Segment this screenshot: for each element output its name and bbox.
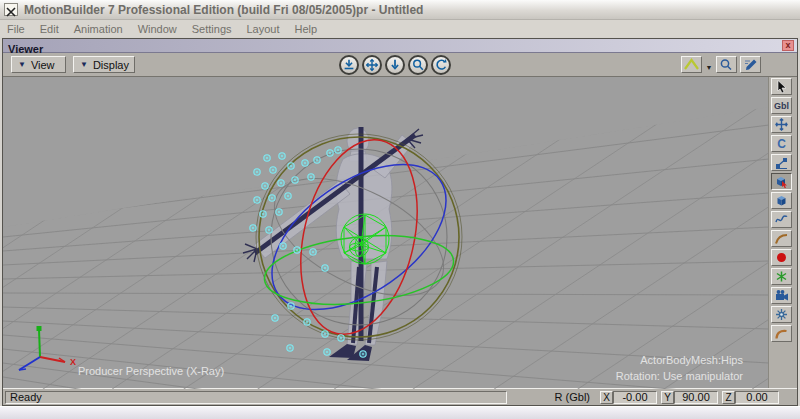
mocap-marker-dot	[262, 213, 264, 215]
camera-icon[interactable]	[771, 287, 792, 304]
mocap-marker-dot	[264, 185, 266, 187]
viewport-scene[interactable]: X Producer Perspective (X-Ray) ActorBody…	[3, 77, 769, 389]
menu-bar: File Edit Animation Window Settings Layo…	[0, 20, 800, 37]
mocap-marker-dot	[362, 353, 364, 355]
display-dropdown-button[interactable]: ▼ Display	[73, 56, 135, 73]
annotate-icon[interactable]	[740, 56, 761, 73]
mocap-marker-dot	[268, 229, 270, 231]
y-axis-value[interactable]: 90.00	[674, 391, 718, 404]
menu-settings[interactable]: Settings	[192, 23, 232, 35]
zoom-icon[interactable]	[408, 55, 428, 75]
menu-file[interactable]: File	[7, 23, 25, 35]
z-axis-button[interactable]: Z	[722, 391, 735, 404]
actor-body-mesh[interactable]	[243, 127, 423, 361]
viewer-main-row: X Producer Perspective (X-Ray) ActorBody…	[3, 77, 797, 388]
mocap-marker-dot	[294, 179, 296, 181]
menu-layout[interactable]: Layout	[247, 23, 280, 35]
axis-y-field: Y 90.00	[661, 391, 718, 404]
viewer-panel: Viewer x ▼ View ▼ Display	[2, 38, 798, 406]
rotate-label: C	[777, 139, 786, 149]
curve-display-icon[interactable]	[681, 56, 702, 73]
menu-animation[interactable]: Animation	[74, 23, 123, 35]
menu-edit[interactable]: Edit	[40, 23, 59, 35]
camera-label: Producer Perspective (X-Ray)	[78, 365, 224, 377]
frame-all-icon[interactable]	[339, 55, 359, 75]
arc-curve-icon[interactable]	[771, 230, 792, 247]
chevron-down-icon[interactable]: ▼	[705, 56, 713, 73]
snap-star-icon[interactable]	[771, 268, 792, 285]
select-cursor-icon[interactable]	[771, 78, 792, 95]
mocap-marker-dot	[324, 333, 326, 335]
translate-icon[interactable]	[771, 116, 792, 133]
mocap-marker-dot	[280, 182, 282, 184]
rotation-mode-label: R (Gbl)	[555, 391, 590, 403]
chevron-down-icon: ▼	[80, 61, 88, 69]
title-bar[interactable]: MotionBuilder 7 Professional Edition (bu…	[0, 0, 800, 20]
manipulator-hint-label: Rotation: Use manipulator	[616, 370, 744, 382]
geometry-cube-icon[interactable]	[771, 192, 792, 209]
mocap-marker-dot	[326, 351, 328, 353]
mocap-marker-dot	[340, 337, 342, 339]
mocap-marker-dot	[278, 211, 280, 213]
x-axis-button[interactable]: X	[600, 391, 613, 404]
mocap-marker-dot	[337, 149, 339, 151]
view-button-label: View	[31, 59, 55, 71]
menu-window[interactable]: Window	[138, 23, 177, 35]
right-tool-column: Gbl C	[769, 77, 794, 388]
viewer-toolbar: ▼ View ▼ Display	[3, 53, 797, 77]
close-icon[interactable]: x	[782, 40, 794, 51]
menu-help[interactable]: Help	[295, 23, 318, 35]
mocap-marker-dot	[266, 157, 268, 159]
z-axis-value[interactable]: 0.00	[735, 391, 779, 404]
selection-label: ActorBodyMesh:Hips	[640, 354, 743, 366]
mocap-marker-dot	[312, 251, 314, 253]
object-pick-icon[interactable]	[771, 173, 792, 190]
mocap-marker-dot	[256, 171, 258, 173]
mocap-marker-dot	[252, 227, 254, 229]
axis-x-field: X -0.00	[600, 391, 657, 404]
status-bar: Ready R (Gbl) X -0.00 Y 90.00 Z 0.00	[3, 388, 797, 405]
mocap-marker-dot	[304, 162, 306, 164]
viewport-3d[interactable]: X Producer Perspective (X-Ray) ActorBody…	[3, 77, 769, 388]
mocap-marker-dot	[296, 249, 298, 251]
app-logo-icon	[4, 3, 18, 16]
record-dot-icon[interactable]	[771, 249, 792, 266]
curve-wave-icon[interactable]	[771, 211, 792, 228]
global-mode-label: Gbl	[774, 101, 789, 111]
mocap-marker-dot	[274, 317, 276, 319]
mocap-marker-dot	[281, 155, 283, 157]
mocap-marker-dot	[272, 169, 274, 171]
zoom-region-icon[interactable]	[716, 56, 737, 73]
mocap-marker-dot	[271, 197, 273, 199]
x-axis-value[interactable]: -0.00	[613, 391, 657, 404]
scale-icon[interactable]	[771, 154, 792, 171]
rotate-icon[interactable]: C	[771, 135, 792, 152]
mocap-marker-dot	[290, 305, 292, 307]
mocap-marker-dot	[324, 267, 326, 269]
pan-icon[interactable]	[362, 55, 382, 75]
y-axis-button[interactable]: Y	[661, 391, 674, 404]
mocap-marker-dot	[289, 347, 291, 349]
window-bottom-edge	[0, 406, 800, 419]
display-corner-tools: ▼	[681, 56, 761, 73]
mocap-marker-dot	[329, 152, 331, 154]
axis-z-field: Z 0.00	[722, 391, 779, 404]
axis-gizmo	[19, 326, 65, 370]
mocap-marker-dot	[306, 321, 308, 323]
viewer-panel-header[interactable]: Viewer x	[3, 39, 797, 53]
mocap-marker-dot	[290, 165, 292, 167]
light-icon[interactable]	[771, 306, 792, 323]
mocap-marker-dot	[316, 159, 318, 161]
mocap-marker-dot	[256, 199, 258, 201]
global-mode-button[interactable]: Gbl	[771, 97, 792, 114]
mocap-marker-dot	[310, 176, 312, 178]
view-dropdown-button[interactable]: ▼ View	[11, 56, 66, 73]
orbit-icon[interactable]	[431, 55, 451, 75]
display-button-label: Display	[93, 59, 129, 71]
chevron-down-icon: ▼	[18, 61, 26, 69]
motionbuilder-window: MotionBuilder 7 Professional Edition (bu…	[0, 0, 800, 419]
dolly-icon[interactable]	[385, 55, 405, 75]
status-message: Ready	[5, 391, 507, 404]
handle-curve-icon[interactable]	[771, 325, 792, 342]
axis-x-label: X	[70, 357, 76, 367]
